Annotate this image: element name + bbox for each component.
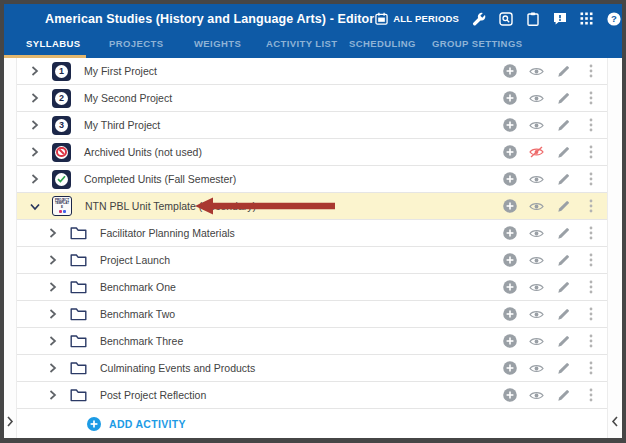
edit-icon[interactable]	[556, 173, 571, 186]
more-options-icon[interactable]	[583, 307, 598, 321]
add-icon[interactable]	[502, 361, 517, 375]
search-doc-icon[interactable]	[498, 11, 513, 26]
visibility-icon[interactable]	[529, 201, 544, 212]
edit-icon[interactable]	[556, 65, 571, 78]
add-icon[interactable]	[502, 199, 517, 213]
row-label[interactable]: Facilitator Planning Materials	[100, 227, 235, 239]
expand-left-panel-icon[interactable]	[7, 413, 14, 431]
chevron-right-icon[interactable]	[30, 120, 46, 130]
more-options-icon[interactable]	[583, 145, 598, 159]
chevron-right-icon[interactable]	[30, 147, 46, 157]
more-options-icon[interactable]	[583, 91, 598, 105]
visibility-icon[interactable]	[529, 336, 544, 347]
add-activity-row: ADD ACTIVITY	[17, 409, 607, 438]
chevron-right-icon[interactable]	[48, 255, 64, 265]
chevron-right-icon[interactable]	[30, 174, 46, 184]
edit-icon[interactable]	[556, 146, 571, 159]
add-icon[interactable]	[502, 91, 517, 105]
row-label[interactable]: Post Project Reflection	[100, 389, 206, 401]
row-label[interactable]: Benchmark One	[100, 281, 176, 293]
edit-icon[interactable]	[556, 308, 571, 321]
add-icon[interactable]	[502, 388, 517, 402]
tab-weights[interactable]: WEIGHTS	[194, 38, 241, 49]
edit-icon[interactable]	[556, 92, 571, 105]
visibility-icon[interactable]	[529, 255, 544, 266]
more-options-icon[interactable]	[583, 172, 598, 186]
tab-syllabus[interactable]: SYLLABUS	[26, 38, 80, 49]
chevron-right-icon[interactable]	[48, 390, 64, 400]
folder-icon	[70, 388, 87, 402]
chevron-right-icon[interactable]	[30, 93, 46, 103]
row-label[interactable]: Culminating Events and Products	[100, 362, 255, 374]
visibility-icon[interactable]	[529, 93, 544, 104]
add-activity-button[interactable]: ADD ACTIVITY	[109, 418, 186, 430]
add-icon[interactable]	[502, 334, 517, 348]
row-label[interactable]: My First Project	[84, 65, 157, 77]
tab-scheduling[interactable]: SCHEDULING	[349, 38, 416, 49]
more-options-icon[interactable]	[583, 388, 598, 402]
tab-projects[interactable]: PROJECTS	[109, 38, 163, 49]
chevron-right-icon[interactable]	[48, 309, 64, 319]
visibility-icon[interactable]	[529, 228, 544, 239]
chevron-down-icon[interactable]	[30, 202, 46, 211]
add-icon[interactable]	[502, 253, 517, 267]
tab-group-settings[interactable]: GROUP SETTINGS	[432, 38, 522, 49]
folder-icon	[70, 253, 87, 267]
row-label[interactable]: Benchmark Three	[100, 335, 183, 347]
visibility-icon[interactable]	[529, 390, 544, 401]
chevron-right-icon[interactable]	[30, 66, 46, 76]
row-label[interactable]: Archived Units (not used)	[84, 146, 202, 158]
add-icon[interactable]	[502, 118, 517, 132]
visibility-off-icon[interactable]	[529, 146, 544, 158]
edit-icon[interactable]	[556, 389, 571, 402]
syllabus-row: Completed Units (Fall Semester)	[17, 166, 607, 193]
tab-activity-list[interactable]: ACTIVITY LIST	[266, 38, 338, 49]
visibility-icon[interactable]	[529, 309, 544, 320]
add-icon[interactable]	[502, 145, 517, 159]
edit-icon[interactable]	[556, 335, 571, 348]
add-icon[interactable]	[502, 64, 517, 78]
more-options-icon[interactable]	[583, 118, 598, 132]
visibility-icon[interactable]	[529, 282, 544, 293]
chevron-right-icon[interactable]	[48, 282, 64, 292]
apps-grid-icon[interactable]	[579, 11, 594, 26]
clipboard-icon[interactable]	[525, 11, 540, 26]
add-icon[interactable]	[502, 280, 517, 294]
more-options-icon[interactable]	[583, 253, 598, 267]
visibility-icon[interactable]	[529, 363, 544, 374]
row-label[interactable]: Benchmark Two	[100, 308, 175, 320]
add-icon[interactable]	[502, 226, 517, 240]
add-icon[interactable]	[502, 172, 517, 186]
more-options-icon[interactable]	[583, 361, 598, 375]
visibility-icon[interactable]	[529, 174, 544, 185]
chevron-right-icon[interactable]	[48, 336, 64, 346]
row-label[interactable]: My Second Project	[84, 92, 172, 104]
edit-icon[interactable]	[556, 281, 571, 294]
alert-bubble-icon[interactable]	[552, 11, 567, 26]
visibility-icon[interactable]	[529, 120, 544, 131]
add-icon[interactable]	[502, 307, 517, 321]
edit-icon[interactable]	[556, 362, 571, 375]
all-periods-button[interactable]: ALL PERIODS	[374, 11, 459, 26]
wrench-icon[interactable]	[471, 11, 486, 26]
row-label[interactable]: My Third Project	[84, 119, 160, 131]
more-options-icon[interactable]	[583, 226, 598, 240]
add-activity-plus-icon[interactable]	[87, 417, 101, 431]
row-label[interactable]: Project Launch	[100, 254, 170, 266]
edit-icon[interactable]	[556, 227, 571, 240]
visibility-icon[interactable]	[529, 66, 544, 77]
chevron-right-icon[interactable]	[48, 363, 64, 373]
more-options-icon[interactable]	[583, 199, 598, 213]
row-label[interactable]: NTN PBL Unit Template (Secondary)	[85, 200, 256, 212]
chevron-right-icon[interactable]	[48, 228, 64, 238]
row-label[interactable]: Completed Units (Fall Semester)	[84, 173, 236, 185]
row-actions	[502, 226, 607, 240]
more-options-icon[interactable]	[583, 64, 598, 78]
more-options-icon[interactable]	[583, 280, 598, 294]
collapse-right-panel-icon[interactable]	[612, 413, 619, 431]
edit-icon[interactable]	[556, 119, 571, 132]
help-icon[interactable]: ?	[606, 11, 621, 26]
more-options-icon[interactable]	[583, 334, 598, 348]
edit-icon[interactable]	[556, 254, 571, 267]
edit-icon[interactable]	[556, 200, 571, 213]
